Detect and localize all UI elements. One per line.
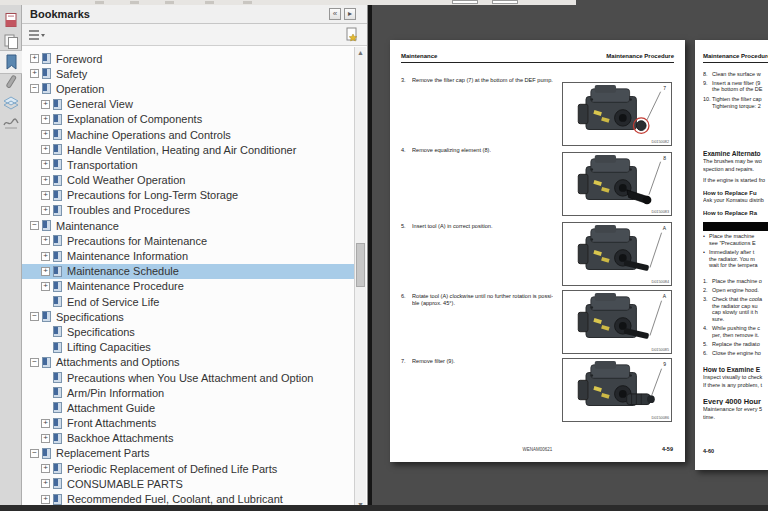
bookmark-label: Attachment Guide <box>67 402 155 414</box>
collapse-panel-button[interactable]: « <box>329 8 341 20</box>
expander-icon[interactable]: + <box>41 252 50 261</box>
bookmark-page-icon <box>53 387 62 398</box>
page-footer-code: WENAM00621 <box>390 447 685 452</box>
bookmark-page-icon <box>53 494 62 505</box>
expander-icon[interactable]: + <box>30 69 39 78</box>
page-text-line: wait for the tempera <box>703 262 768 269</box>
expander-icon[interactable]: + <box>41 267 50 276</box>
bookmark-item[interactable]: + Backhoe Attachments <box>22 431 355 446</box>
page-text-line: The brushes may be wo <box>703 158 768 165</box>
window-bottom-edge <box>0 505 768 511</box>
expander-icon[interactable]: + <box>30 54 39 63</box>
bookmark-item[interactable]: + Handle Ventilation, Heating and Air Co… <box>22 142 355 157</box>
expander-icon[interactable]: − <box>30 358 39 367</box>
line-number: 5. <box>703 341 712 348</box>
line-text: Check that the coola <box>712 296 762 302</box>
bookmark-item[interactable]: + Maintenance Procedure <box>22 279 355 294</box>
page-number-input[interactable] <box>452 0 478 4</box>
bookmark-page-icon <box>42 68 51 79</box>
bookmark-item[interactable]: − Specifications <box>22 309 355 324</box>
bookmark-item[interactable]: − Operation <box>22 81 355 96</box>
bookmark-item[interactable]: + Maintenance Information <box>22 248 355 263</box>
bookmark-item[interactable]: − Maintenance <box>22 218 355 233</box>
expander-icon[interactable]: + <box>41 495 50 504</box>
step-number: 6. <box>401 293 412 306</box>
bookmark-item[interactable]: Lifting Capacities <box>22 340 355 355</box>
bookmark-page-icon <box>53 129 62 140</box>
bookmarks-icon[interactable] <box>2 53 20 71</box>
panel-menu-button[interactable]: ▸ <box>344 8 356 20</box>
page-text-line: 9.Insert a new filter (9 <box>703 80 768 87</box>
bookmark-item[interactable]: Attachment Guide <box>22 400 355 415</box>
line-text: If there is any problem, t <box>703 382 762 388</box>
figure-code: D0150082 <box>651 140 669 144</box>
bookmark-page-icon <box>53 342 62 353</box>
attachments-icon[interactable] <box>2 73 20 91</box>
step-text: Insert tool (A) in correct position. <box>412 223 493 230</box>
expander-icon[interactable]: − <box>30 84 39 93</box>
bookmark-item[interactable]: + Transportation <box>22 157 355 172</box>
expander-icon[interactable]: + <box>41 479 50 488</box>
expander-icon[interactable]: + <box>41 115 50 124</box>
bookmark-item[interactable]: + Precautions for Long-Term Storage <box>22 188 355 203</box>
expander-icon[interactable]: + <box>41 100 50 109</box>
tree-scrollbar[interactable]: ▲ ▼ <box>354 47 366 510</box>
bookmark-item[interactable]: + Foreword <box>22 51 355 66</box>
page-text-line <box>703 222 768 231</box>
zoom-input[interactable] <box>492 0 518 4</box>
bookmark-item[interactable]: Specifications <box>22 324 355 339</box>
page-text-line: How to Replace Fu <box>703 190 768 197</box>
panel-document-divider[interactable] <box>368 5 372 511</box>
signatures-icon[interactable] <box>2 113 20 131</box>
pdf-file-icon[interactable] <box>2 12 20 30</box>
page-text: 8.Clean the surface w 9.Insert a new fil… <box>703 68 768 420</box>
bookmark-item[interactable]: − Replacement Parts <box>22 446 355 461</box>
page-text-line: If the engine is started fro <box>703 177 768 184</box>
scroll-up-icon[interactable]: ▲ <box>355 47 366 58</box>
expander-icon[interactable]: + <box>41 236 50 245</box>
new-bookmark-icon[interactable] <box>345 27 359 42</box>
bookmark-item[interactable]: + Cold Weather Operation <box>22 173 355 188</box>
expander-icon[interactable]: + <box>41 464 50 473</box>
bookmark-options-icon[interactable] <box>28 28 46 41</box>
expander-icon[interactable]: + <box>41 419 50 428</box>
bookmark-label: Precautions when You Use Attachment and … <box>67 372 313 384</box>
bookmark-item[interactable]: + Front Attachments <box>22 416 355 431</box>
expander-icon[interactable]: + <box>41 191 50 200</box>
expander-icon[interactable]: + <box>41 130 50 139</box>
expander-icon[interactable]: − <box>30 449 39 458</box>
figure-callout-label: A <box>663 293 666 299</box>
page-text-line: Maintenance for every 5 <box>703 406 768 413</box>
bookmark-item[interactable]: Arm/Pin Information <box>22 385 355 400</box>
scrollbar-thumb[interactable] <box>356 243 365 287</box>
bookmark-item[interactable]: + Explanation of Components <box>22 112 355 127</box>
bookmark-item[interactable]: + Safety <box>22 66 355 81</box>
expander-icon[interactable]: + <box>41 160 50 169</box>
bookmark-item[interactable]: + CONSUMABLE PARTS <box>22 476 355 491</box>
bookmark-item[interactable]: − Attachments and Options <box>22 355 355 370</box>
expander-icon[interactable]: − <box>30 312 39 321</box>
bookmark-item[interactable]: + Periodic Replacement of Defined Life P… <box>22 461 355 476</box>
expander-icon[interactable]: + <box>41 206 50 215</box>
bookmark-item[interactable]: + Maintenance Schedule <box>22 264 355 279</box>
expander-icon[interactable]: + <box>41 282 50 291</box>
bookmark-label: General View <box>67 98 133 110</box>
expander-icon[interactable]: + <box>41 176 50 185</box>
bookmark-item[interactable]: + Machine Operations and Controls <box>22 127 355 142</box>
bookmark-item[interactable]: + General View <box>22 97 355 112</box>
bookmark-item[interactable]: + Precautions for Maintenance <box>22 233 355 248</box>
layers-icon[interactable] <box>2 93 20 111</box>
bookmark-item[interactable]: Precautions when You Use Attachment and … <box>22 370 355 385</box>
bookmark-item[interactable]: End of Service Life <box>22 294 355 309</box>
expander-icon[interactable]: + <box>41 434 50 443</box>
expander-icon[interactable]: + <box>41 145 50 154</box>
bookmark-label: Maintenance <box>56 220 119 232</box>
bookmark-item[interactable]: + Troubles and Procedures <box>22 203 355 218</box>
figure-code: D0150086 <box>651 416 669 420</box>
bookmark-page-icon <box>53 175 62 186</box>
page-text-line: How to Replace Ra <box>703 210 768 217</box>
line-text: Tightening torque: 2 <box>712 103 761 109</box>
expander-icon[interactable]: − <box>30 221 39 230</box>
page-thumbnails-icon[interactable] <box>2 32 20 50</box>
panel-title: Bookmarks <box>30 8 90 20</box>
